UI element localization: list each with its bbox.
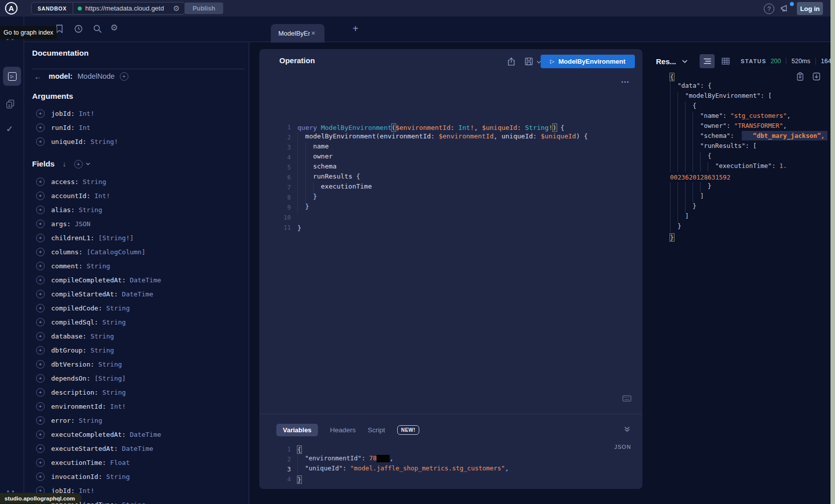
tab-variables[interactable]: Variables [276, 424, 318, 436]
help-icon[interactable]: ? [764, 4, 774, 14]
add-field-icon[interactable]: + [36, 402, 45, 411]
doc-field-row[interactable]: +access:String [36, 175, 247, 189]
doc-field-row[interactable]: +columns:[CatalogColumn] [36, 245, 247, 259]
doc-field-type[interactable]: [String!] [98, 234, 133, 242]
doc-field-row[interactable]: +compileCompletedAt:DateTime [36, 273, 247, 287]
doc-field-type[interactable]: [CatalogColumn] [87, 248, 145, 256]
doc-field-type[interactable]: DateTime [130, 431, 161, 438]
doc-field-row[interactable]: +executeStartedAt:DateTime [36, 441, 247, 455]
doc-field-row[interactable]: +invocationId:String [36, 469, 247, 483]
doc-field-row[interactable]: +comment:String [36, 259, 247, 273]
doc-field-row[interactable]: +executionTime:Float [36, 455, 247, 469]
doc-field-type[interactable]: DateTime [122, 290, 153, 298]
endpoint-url-field[interactable]: https://metadata.cloud.getd ⚙ [73, 4, 184, 13]
add-field-icon[interactable]: + [36, 276, 45, 284]
tab-headers[interactable]: Headers [330, 426, 356, 434]
checks-nav-icon[interactable]: ✓ [6, 124, 13, 134]
doc-field-row[interactable]: +compileStartedAt:DateTime [36, 287, 247, 301]
collapse-variables-icon[interactable] [624, 426, 630, 432]
doc-type-name[interactable]: ModelNode [78, 72, 115, 80]
doc-field-type[interactable]: JSON [75, 220, 90, 228]
doc-field-row[interactable]: +accountId:Int! [36, 189, 247, 203]
add-field-icon[interactable]: + [36, 304, 45, 312]
doc-field-row[interactable]: +compiledSql:String [36, 315, 247, 329]
response-body[interactable]: {"data": {"modelByEnvironment": [{"name"… [663, 72, 827, 242]
chevron-down-icon[interactable] [86, 162, 90, 165]
share-icon[interactable] [507, 57, 516, 66]
add-type-icon[interactable]: + [120, 72, 128, 81]
doc-field-row[interactable]: +executeCompletedAt:DateTime [36, 427, 247, 441]
doc-field-type[interactable]: String [79, 417, 102, 424]
add-field-icon[interactable]: + [36, 346, 45, 355]
doc-field-row[interactable]: +runId:Int [36, 120, 247, 134]
doc-field-type[interactable]: [String] [94, 375, 126, 382]
run-operation-button[interactable]: ▷ ModelByEnvironment [541, 55, 635, 68]
add-field-icon[interactable]: + [36, 444, 45, 453]
tab-script[interactable]: Script [368, 426, 385, 434]
add-field-icon[interactable]: + [36, 192, 45, 200]
doc-field-type[interactable]: String [83, 178, 106, 186]
explorer-nav-icon[interactable]: ▷ [3, 67, 21, 86]
doc-field-type[interactable]: Int! [110, 403, 126, 410]
doc-field-type[interactable]: DateTime [130, 276, 161, 284]
doc-field-row[interactable]: +error:String [36, 413, 247, 427]
announcements-icon[interactable] [780, 4, 790, 14]
add-field-icon[interactable]: + [36, 234, 45, 242]
history-icon[interactable] [74, 24, 83, 34]
add-field-icon[interactable]: + [36, 360, 45, 369]
add-field-icon[interactable]: + [36, 137, 45, 146]
doc-field-row[interactable]: +jobId:Int! [36, 106, 247, 120]
publish-button[interactable]: Publish [185, 3, 223, 14]
doc-field-row[interactable]: +compiledCode:String [36, 301, 247, 315]
doc-field-row[interactable]: +childrenL1:[String!] [36, 231, 247, 245]
doc-field-row[interactable]: +description:String [36, 385, 247, 399]
doc-field-type[interactable]: String [90, 332, 114, 340]
add-field-icon[interactable]: + [36, 416, 45, 425]
add-field-icon[interactable]: + [36, 290, 45, 298]
add-field-icon[interactable]: + [36, 374, 45, 383]
add-field-icon[interactable]: + [36, 332, 45, 341]
doc-field-type[interactable]: String [106, 304, 130, 312]
doc-field-row[interactable]: +database:String [36, 329, 247, 343]
doc-field-type[interactable]: String! [90, 138, 118, 145]
doc-field-type[interactable]: String [106, 473, 130, 480]
response-title[interactable]: Res... [656, 57, 676, 66]
tab-close-icon[interactable]: ✕ [310, 30, 315, 37]
sort-fields-icon[interactable]: ↓ [63, 160, 66, 168]
rail-bottom-icon[interactable] [7, 490, 9, 492]
rail-bottom-icon[interactable] [12, 490, 14, 492]
search-icon[interactable] [93, 24, 102, 34]
add-field-icon[interactable]: + [36, 123, 45, 132]
doc-field-type[interactable]: Float [110, 459, 130, 466]
doc-field-type[interactable]: String [102, 318, 126, 326]
add-field-icon[interactable]: + [36, 220, 45, 228]
add-all-fields-icon[interactable]: + [74, 160, 83, 169]
endpoint-url-text[interactable]: https://metadata.cloud.getd [85, 5, 170, 12]
endpoint-settings-gear-icon[interactable]: ⚙ [173, 4, 180, 13]
add-field-icon[interactable]: + [36, 388, 45, 397]
keyboard-shortcuts-icon[interactable] [622, 395, 631, 402]
add-field-icon[interactable]: + [36, 262, 45, 270]
add-field-icon[interactable]: + [36, 206, 45, 214]
variables-editor[interactable]: 1{2"environmentId": 78,3"uniqueId": "mod… [259, 444, 509, 484]
doc-field-row[interactable]: +dependsOn:[String] [36, 371, 247, 385]
explorer-settings-gear-icon[interactable]: ⚙ [110, 23, 118, 33]
doc-field-row[interactable]: +uniqueId:String! [36, 134, 247, 148]
add-field-icon[interactable]: + [36, 178, 45, 186]
doc-field-type[interactable]: String [98, 361, 122, 368]
apollo-logo-icon[interactable]: A [5, 2, 18, 15]
doc-field-type[interactable]: Int! [79, 487, 94, 494]
doc-field-type[interactable]: String [90, 347, 114, 354]
add-field-icon[interactable]: + [36, 458, 45, 467]
add-field-icon[interactable]: + [36, 318, 45, 326]
doc-field-type[interactable]: String [122, 501, 145, 504]
doc-field-row[interactable]: +alias:String [36, 203, 247, 217]
response-format-toggle[interactable] [700, 54, 715, 68]
doc-field-row[interactable]: +environmentId:Int! [36, 399, 247, 413]
login-button[interactable]: Log in [797, 2, 823, 15]
doc-field-type[interactable]: String [87, 262, 110, 270]
doc-field-type[interactable]: DateTime [122, 445, 153, 452]
operation-editor[interactable]: 1query ModelByEnvironment($environmentId… [259, 122, 588, 233]
back-arrow-icon[interactable]: ← [34, 72, 42, 81]
add-field-icon[interactable]: + [36, 109, 45, 118]
